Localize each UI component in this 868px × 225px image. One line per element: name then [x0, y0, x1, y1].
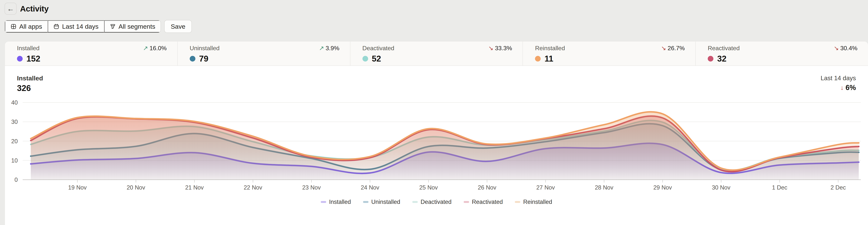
toolbar: All apps Last 14 days All segments Save [4, 20, 192, 33]
y-axis-label: 40 [11, 99, 18, 106]
filter-all-segments-button[interactable]: All segments [104, 21, 161, 32]
chart-range-block: Last 14 days ↓ 6% [820, 74, 856, 92]
chart-range-label: Last 14 days [820, 74, 856, 82]
metric-delta: ↗ 3.9% [319, 44, 339, 52]
y-axis-label: 30 [11, 119, 18, 125]
filter-label: All segments [119, 23, 155, 30]
trend-down-icon: ↘ [661, 44, 666, 52]
metric-card-reinstalled[interactable]: Reinstalled 11 ↘ 26.7% [523, 41, 695, 65]
metric-dot-installed [17, 56, 23, 62]
back-arrow-icon: ← [7, 5, 14, 13]
trend-up-icon: ↗ [319, 44, 324, 52]
legend-swatch-uninstalled [363, 201, 369, 203]
trend-down-icon: ↘ [834, 44, 839, 52]
back-button[interactable]: ← [4, 3, 17, 15]
metric-label: Uninstalled [190, 44, 339, 52]
legend-swatch-reactivated [464, 201, 469, 203]
metric-dot-reinstalled [535, 56, 541, 62]
trend-down-icon: ↘ [488, 44, 493, 52]
legend-item-uninstalled[interactable]: Uninstalled [363, 199, 400, 205]
activity-area-chart: 01020304019 Nov20 Nov21 Nov22 Nov23 Nov2… [5, 94, 868, 200]
x-axis-label: 23 Nov [302, 184, 321, 191]
metric-dot-reactivated [708, 56, 713, 62]
metric-card-reactivated[interactable]: Reactivated 32 ↘ 30.4% [695, 41, 868, 65]
filter-label: Last 14 days [62, 23, 98, 30]
metric-value: 32 [717, 54, 726, 63]
legend-item-reactivated[interactable]: Reactivated [464, 199, 503, 205]
legend-label: Installed [329, 199, 351, 205]
metric-delta-value: 30.4% [840, 44, 858, 52]
x-axis-label: 2 Dec [831, 184, 846, 191]
metric-delta: ↘ 30.4% [834, 44, 858, 52]
chart-total: 326 [17, 84, 43, 93]
metric-delta-value: 33.3% [495, 44, 512, 52]
metric-delta-value: 3.9% [326, 44, 339, 52]
page-title: Activity [20, 3, 49, 15]
metric-dot-uninstalled [190, 56, 195, 62]
legend-item-deactivated[interactable]: Deactivated [412, 199, 452, 205]
save-button[interactable]: Save [164, 20, 192, 33]
x-axis-label: 29 Nov [653, 184, 672, 191]
x-axis-label: 19 Nov [68, 184, 87, 191]
metric-card-installed[interactable]: Installed 152 ↗ 16.0% [5, 41, 178, 65]
metric-delta: ↗ 16.0% [143, 44, 167, 52]
metric-value: 79 [199, 54, 209, 63]
legend-swatch-installed [321, 201, 326, 203]
x-axis-label: 27 Nov [536, 184, 555, 191]
y-axis-label: 0 [14, 176, 18, 183]
metric-card-deactivated[interactable]: Deactivated 52 ↘ 33.3% [350, 41, 523, 65]
metric-delta: ↘ 26.7% [661, 44, 685, 52]
metric-value: 11 [545, 54, 553, 63]
save-label: Save [170, 23, 185, 30]
legend-item-reinstalled[interactable]: Reinstalled [515, 199, 552, 205]
filter-group: All apps Last 14 days All segments [4, 20, 161, 33]
legend-swatch-reinstalled [515, 201, 520, 203]
apps-grid-icon [10, 24, 17, 29]
trend-down-icon: ↓ [840, 84, 844, 91]
activity-panel: Installed 152 ↗ 16.0% Uninstalled 79 ↗ 3… [5, 41, 868, 225]
metric-value: 52 [372, 54, 381, 63]
x-axis-label: 26 Nov [478, 184, 496, 191]
legend-label: Deactivated [421, 199, 452, 205]
chart-header: Installed 326 [17, 74, 43, 93]
segments-funnel-icon [110, 24, 116, 29]
filter-label: All apps [19, 23, 42, 30]
chart-title: Installed [17, 74, 43, 82]
metric-card-uninstalled[interactable]: Uninstalled 79 ↗ 3.9% [178, 41, 350, 65]
x-axis-label: 22 Nov [244, 184, 262, 191]
x-axis-label: 21 Nov [185, 184, 204, 191]
legend-label: Uninstalled [371, 199, 400, 205]
y-axis-label: 10 [11, 157, 18, 164]
x-axis-label: 24 Nov [361, 184, 379, 191]
calendar-icon [54, 24, 59, 29]
metric-delta-value: 16.0% [150, 44, 167, 52]
legend-swatch-deactivated [412, 201, 418, 203]
x-axis-label: 25 Nov [419, 184, 438, 191]
x-axis-label: 30 Nov [712, 184, 731, 191]
filter-all-apps-button[interactable]: All apps [5, 21, 48, 32]
metrics-row: Installed 152 ↗ 16.0% Uninstalled 79 ↗ 3… [5, 41, 868, 66]
y-axis-label: 20 [11, 138, 18, 144]
chart-range-delta-value: 6% [845, 84, 856, 92]
x-axis-label: 1 Dec [772, 184, 787, 191]
chart-range-delta: ↓ 6% [820, 84, 856, 92]
chart-legend: InstalledUninstalledDeactivatedReactivat… [5, 199, 868, 205]
trend-up-icon: ↗ [143, 44, 148, 52]
metric-delta: ↘ 33.3% [488, 44, 512, 52]
metric-dot-deactivated [363, 56, 368, 62]
filter-date-range-button[interactable]: Last 14 days [48, 21, 104, 32]
metric-value: 152 [26, 54, 40, 63]
legend-item-installed[interactable]: Installed [321, 199, 351, 205]
legend-label: Reinstalled [523, 199, 552, 205]
metric-delta-value: 26.7% [668, 44, 685, 52]
legend-label: Reactivated [472, 199, 503, 205]
x-axis-label: 28 Nov [595, 184, 614, 191]
x-axis-label: 20 Nov [127, 184, 145, 191]
